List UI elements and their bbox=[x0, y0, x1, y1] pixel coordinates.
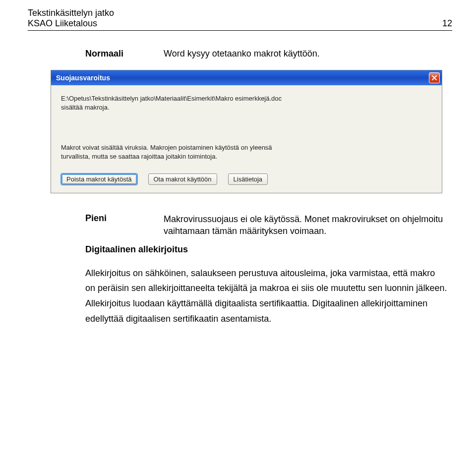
row-normaali: Normaali Word kysyy otetaanko makrot käy… bbox=[85, 49, 452, 59]
dialog-titlebar: Suojausvaroitus bbox=[51, 70, 442, 85]
dialog-path-text: E:\Opetus\Tekstinkäsittelyn jatko\Materi… bbox=[61, 94, 432, 103]
dialog-button-row: Poista makrot käytöstä Ota makrot käyttö… bbox=[61, 173, 432, 185]
disable-macros-button[interactable]: Poista makrot käytöstä bbox=[61, 173, 137, 185]
doc-title-line1: Tekstinkäsittelyn jatko bbox=[28, 8, 452, 18]
dialog-body: E:\Opetus\Tekstinkäsittelyn jatko\Materi… bbox=[51, 85, 442, 193]
enable-macros-button[interactable]: Ota makrot käyttöön bbox=[148, 173, 217, 185]
doc-title-line2: KSAO Liiketalous bbox=[28, 18, 97, 29]
security-warning-dialog: Suojausvaroitus E:\Opetus\Tekstinkäsitte… bbox=[51, 70, 442, 193]
text-pieni: Makrovirussuojaus ei ole käytössä. Monet… bbox=[164, 213, 452, 237]
dialog-info-text-1: Makrot voivat sisältää viruksia. Makroje… bbox=[61, 143, 432, 152]
close-button[interactable] bbox=[429, 72, 440, 83]
label-pieni: Pieni bbox=[85, 213, 140, 224]
text-normaali: Word kysyy otetaanko makrot käyttöön. bbox=[164, 49, 320, 59]
paragraph-digital-signature: Allekirjoitus on sähköinen, salaukseen p… bbox=[85, 266, 447, 326]
label-normaali: Normaali bbox=[85, 49, 140, 59]
page: Tekstinkäsittelyn jatko KSAO Liiketalous… bbox=[0, 0, 476, 338]
header-divider bbox=[28, 30, 452, 31]
subheading-digital-signature: Digitaalinen allekirjoitus bbox=[85, 244, 452, 255]
dialog-info-text-2: turvallista, mutta se saattaa rajoittaa … bbox=[61, 152, 432, 161]
dialog-contains-text: sisältää makroja. bbox=[61, 103, 432, 112]
page-number: 12 bbox=[442, 18, 452, 29]
close-icon bbox=[432, 75, 437, 80]
row-pieni: Pieni Makrovirussuojaus ei ole käytössä.… bbox=[85, 213, 452, 237]
dialog-title: Suojausvaroitus bbox=[56, 74, 110, 82]
more-info-button[interactable]: Lisätietoja bbox=[228, 173, 268, 185]
